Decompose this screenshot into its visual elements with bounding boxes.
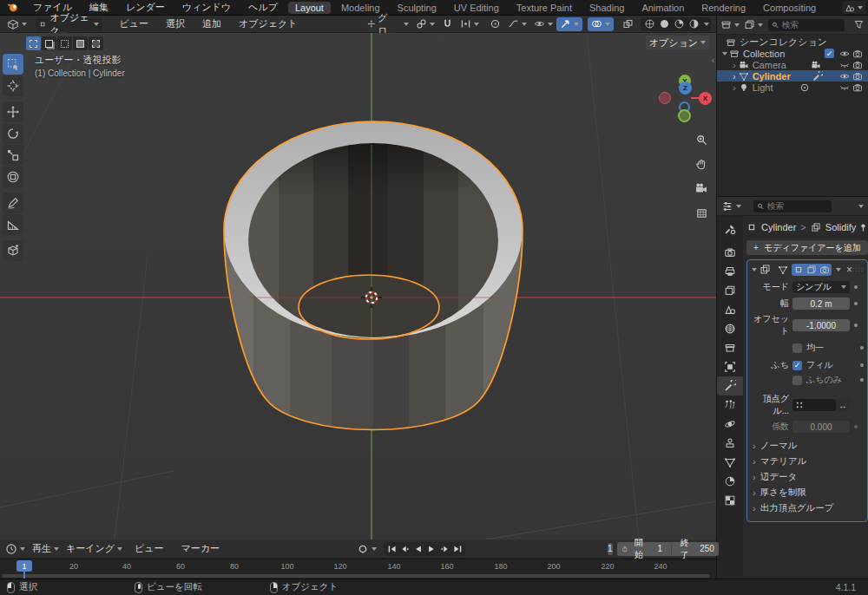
menu-add[interactable]: 追加 bbox=[194, 17, 230, 30]
tab-constraints[interactable] bbox=[717, 434, 743, 453]
outliner-row-light[interactable]: › Light bbox=[717, 82, 868, 93]
tab-particles[interactable] bbox=[717, 396, 743, 415]
menu-playback[interactable]: 再生 bbox=[29, 542, 62, 555]
menu-view[interactable]: ビュー bbox=[111, 17, 158, 30]
animate-dot[interactable] bbox=[854, 285, 858, 289]
zoom-button[interactable] bbox=[692, 130, 711, 149]
perspective-toggle-button[interactable] bbox=[692, 203, 711, 222]
properties-search[interactable] bbox=[753, 200, 832, 212]
next-keyframe-button[interactable] bbox=[437, 543, 450, 555]
modifier-edit-cage-toggle[interactable] bbox=[778, 265, 788, 275]
tab-scene[interactable] bbox=[717, 300, 743, 319]
object-visibility-dropdown[interactable] bbox=[530, 17, 556, 31]
start-frame-button[interactable]: 開始 bbox=[635, 537, 645, 561]
outliner-row-cylinder[interactable]: › Cylinder bbox=[717, 70, 868, 82]
current-frame-field[interactable]: 1 bbox=[608, 543, 613, 555]
section-thickness-clamp[interactable]: ›厚さを制限 bbox=[753, 485, 864, 500]
options-dropdown[interactable]: オプション bbox=[646, 36, 709, 49]
select-mode-extend[interactable] bbox=[42, 36, 56, 50]
outliner-row-collection[interactable]: Collection ✓ bbox=[717, 48, 868, 59]
tool-scale[interactable] bbox=[3, 145, 23, 166]
shading-rendered-icon[interactable] bbox=[687, 17, 701, 31]
show-overlays-toggle[interactable] bbox=[588, 17, 614, 31]
navigation-gizmo[interactable]: Y Z X bbox=[654, 52, 716, 114]
menu-window[interactable]: ウィンドウ bbox=[174, 1, 240, 14]
factor-field[interactable]: 0.000 bbox=[792, 421, 850, 433]
tool-measure[interactable] bbox=[3, 214, 23, 235]
light-render-icon[interactable] bbox=[852, 82, 863, 93]
add-modifier-button[interactable]: + モディファイアーを追加 bbox=[746, 240, 868, 255]
select-mode-subtract[interactable] bbox=[57, 36, 72, 50]
properties-search-input[interactable] bbox=[767, 201, 828, 211]
menu-help[interactable]: ヘルプ bbox=[240, 1, 286, 14]
jump-to-end-button[interactable] bbox=[450, 543, 464, 555]
camera-hide-icon[interactable] bbox=[839, 60, 850, 70]
modifier-delete-icon[interactable]: × bbox=[846, 264, 852, 276]
snap-with-dropdown[interactable] bbox=[457, 17, 483, 31]
workspace-tab-uvediting[interactable]: UV Editing bbox=[447, 2, 506, 14]
tool-annotate[interactable] bbox=[3, 193, 23, 213]
menu-marker[interactable]: マーカー bbox=[173, 542, 229, 555]
modifier-realtime-toggle[interactable] bbox=[806, 265, 817, 275]
tab-collection[interactable] bbox=[717, 338, 743, 357]
expand-chevron-icon[interactable] bbox=[722, 52, 727, 56]
end-frame-value[interactable]: 250 bbox=[700, 544, 714, 553]
outliner-scene-collection[interactable]: シーンコレクション bbox=[717, 36, 868, 48]
vertex-group-field[interactable] bbox=[792, 399, 836, 411]
tab-output[interactable] bbox=[717, 262, 743, 281]
tab-modifiers[interactable] bbox=[717, 376, 743, 396]
tab-physics[interactable] bbox=[717, 415, 743, 434]
breadcrumb-object[interactable]: Cylinder bbox=[761, 222, 796, 232]
proportional-editing-toggle[interactable] bbox=[486, 17, 504, 31]
breadcrumb-modifier[interactable]: Solidify bbox=[825, 222, 856, 232]
proportional-falloff-dropdown[interactable] bbox=[504, 17, 530, 31]
workspace-tab-rendering[interactable]: Rendering bbox=[694, 2, 753, 14]
rim-only-checkbox[interactable] bbox=[792, 376, 802, 385]
animate-dot[interactable] bbox=[854, 324, 858, 327]
workspace-tab-texturepaint[interactable]: Texture Paint bbox=[510, 2, 579, 14]
scene-icon[interactable] bbox=[845, 3, 855, 13]
modifier-render-toggle[interactable] bbox=[819, 265, 830, 275]
tool-select-box[interactable] bbox=[3, 54, 23, 75]
tab-viewlayer[interactable] bbox=[717, 281, 743, 300]
panel-expand-chevron-icon[interactable] bbox=[752, 268, 757, 271]
section-edge-data[interactable]: ›辺データ bbox=[753, 469, 864, 485]
gizmo-axis-z[interactable]: Z bbox=[679, 82, 692, 95]
gizmo-axis-x[interactable]: X bbox=[699, 92, 712, 105]
collection-render-icon[interactable] bbox=[852, 49, 863, 59]
scene-chevron-icon[interactable] bbox=[858, 6, 863, 10]
animate-dot[interactable] bbox=[860, 346, 864, 350]
start-frame-value[interactable]: 1 bbox=[658, 544, 663, 553]
modifier-drag-handle[interactable]: :::: bbox=[852, 265, 864, 273]
timeline-ruler[interactable]: 20 40 60 80 100 120 140 160 180 200 220 … bbox=[0, 559, 716, 579]
section-normals[interactable]: ›ノーマル bbox=[753, 438, 864, 454]
select-mode-invert[interactable] bbox=[73, 36, 88, 50]
snap-toggle[interactable] bbox=[438, 17, 457, 31]
tab-object-data[interactable] bbox=[717, 453, 743, 472]
light-hide-icon[interactable] bbox=[839, 82, 850, 93]
vertex-group-invert-button[interactable]: ↔ bbox=[836, 399, 850, 411]
properties-editor-type-button[interactable] bbox=[721, 200, 741, 212]
select-mode-intersect[interactable] bbox=[89, 36, 103, 50]
gizmo-axis-y-neg[interactable] bbox=[678, 109, 691, 122]
tool-cursor[interactable] bbox=[3, 75, 23, 96]
offset-field[interactable]: -1.0000 bbox=[792, 319, 850, 331]
shading-options-chevron-icon[interactable] bbox=[704, 23, 709, 26]
menu-select[interactable]: 選択 bbox=[157, 17, 194, 30]
tab-object[interactable] bbox=[717, 357, 743, 376]
outliner-editor-type-button[interactable] bbox=[720, 19, 740, 30]
camera-view-button[interactable] bbox=[692, 179, 711, 198]
outliner-filter-dropdown[interactable] bbox=[744, 19, 763, 30]
pan-button[interactable] bbox=[692, 154, 711, 173]
select-mode-set[interactable] bbox=[26, 36, 41, 50]
outliner-search-input[interactable] bbox=[782, 20, 841, 29]
cylinder-hide-icon[interactable] bbox=[839, 71, 850, 82]
shading-material-icon[interactable] bbox=[672, 17, 687, 31]
play-reverse-button[interactable] bbox=[411, 543, 424, 555]
modifier-editmode-toggle[interactable] bbox=[793, 265, 804, 275]
breadcrumb-pin-icon[interactable] bbox=[858, 223, 868, 232]
playhead-marker[interactable]: 1 bbox=[16, 560, 32, 572]
mode-dropdown[interactable]: オブジェク... bbox=[36, 17, 102, 31]
snap-target-dropdown[interactable] bbox=[412, 17, 438, 31]
workspace-tab-compositing[interactable]: Compositing bbox=[756, 2, 823, 14]
